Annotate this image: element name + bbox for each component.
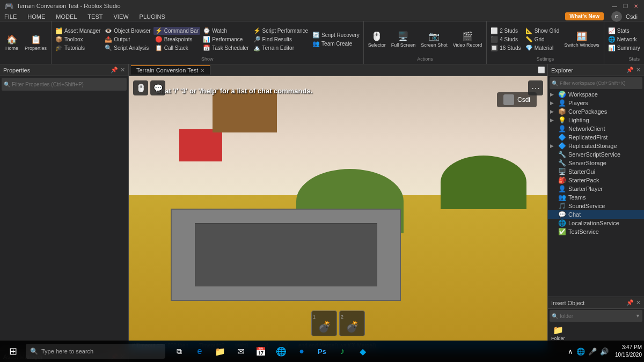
studs16-button[interactable]: 🔲16 Studs [489, 44, 522, 52]
grid-button[interactable]: 📏Grid [524, 35, 561, 43]
breakpoints-button[interactable]: 🔴 Breakpoints [153, 35, 200, 43]
tray-up-icon[interactable]: ∧ [568, 348, 573, 356]
menu-file[interactable]: FILE [2, 13, 19, 20]
insert-folder-item[interactable]: 📁 Folder [549, 324, 567, 342]
close-button[interactable]: ✕ [632, 2, 640, 10]
properties-filter-input[interactable] [12, 82, 125, 87]
start-button[interactable]: ⊞ [2, 341, 24, 362]
stats-button[interactable]: 📈Stats [606, 27, 642, 35]
watch-button[interactable]: ⌚ Watch [201, 27, 250, 35]
toolbox-button[interactable]: 📦 Toolbox [54, 35, 102, 43]
show-grid-button[interactable]: 📐Show Grid [524, 27, 561, 35]
whats-new-button[interactable]: What's New [565, 12, 604, 20]
explorer-localizationservice[interactable]: ▶ 🌐 LocalizationService [548, 219, 644, 227]
ribbon-properties-button[interactable]: 📋 Properties [23, 33, 49, 52]
maximize-button[interactable]: ❐ [621, 2, 629, 10]
record-button[interactable]: 🎬 Video Record [451, 30, 484, 49]
vp-menu-button[interactable]: ⋯ [528, 80, 543, 95]
taskbar-mail[interactable]: ✉ [231, 342, 250, 361]
selector-button[interactable]: 🖱️ Selector [366, 30, 388, 49]
insert-search[interactable]: 🔍 ▼ [550, 310, 642, 322]
explorer-lighting[interactable]: ▶ 💡 Lighting [548, 116, 644, 124]
explorer-replicatedfirst[interactable]: ▶ 🔷 ReplicatedFirst [548, 133, 644, 142]
menu-plugins[interactable]: PLUGINS [137, 13, 167, 20]
viewport-tab-close[interactable]: ✕ [200, 68, 204, 73]
menu-view[interactable]: VIEW [111, 13, 130, 20]
menu-test[interactable]: TEST [85, 13, 105, 20]
explorer-startergui[interactable]: ▶ 🖥️ StarterGui [548, 167, 644, 176]
menu-home[interactable]: HOME [25, 13, 47, 20]
explorer-filter-input[interactable] [560, 80, 640, 86]
switch-windows-button[interactable]: 🪟 Switch Windows [562, 30, 602, 49]
studs2-button[interactable]: ⬜2 Studs [489, 27, 522, 35]
insert-object-pin-icon[interactable]: 📌 [626, 299, 634, 306]
explorer-soundservice[interactable]: ▶ 🎵 SoundService [548, 202, 644, 210]
hotbar-slot-1[interactable]: 1 💣 [311, 311, 337, 336]
object-browser-button[interactable]: 👁️ Object Browser [103, 27, 152, 35]
taskbar-calendar[interactable]: 📅 [251, 342, 270, 361]
script-performance-button[interactable]: ⚡ Script Performance [252, 27, 310, 35]
hotbar-slot-2[interactable]: 2 💣 [339, 311, 365, 336]
tray-mic-icon[interactable]: 🎤 [588, 348, 597, 356]
taskbar-spotify[interactable]: ♪ [333, 342, 352, 361]
summary-button[interactable]: 📊Summary [606, 44, 642, 52]
taskbar-edge-icon[interactable]: e [190, 342, 209, 361]
studs4-button[interactable]: ⬛4 Studs [489, 35, 522, 43]
viewport-restore-button[interactable]: ⬜ [538, 67, 545, 73]
insert-dropdown-icon[interactable]: ▼ [635, 313, 640, 319]
tray-volume-icon[interactable]: 🔊 [600, 348, 609, 356]
vp-chat-button[interactable]: 💬 [150, 80, 165, 95]
script-recovery-button[interactable]: 🔄 Script Recovery [311, 31, 361, 39]
insert-search-input[interactable] [560, 313, 634, 319]
explorer-players[interactable]: ▶ 👤 Players [548, 99, 644, 107]
explorer-workspace[interactable]: ▶ 🌍 Workspace [548, 90, 644, 99]
call-stack-button[interactable]: 📋 Call Stack [153, 44, 200, 52]
explorer-corepackages[interactable]: ▶ 📦 CorePackages [548, 107, 644, 116]
minimize-button[interactable]: — [611, 2, 618, 10]
explorer-starterpack[interactable]: ▶ 🎒 StarterPack [548, 176, 644, 184]
tutorials-button[interactable]: 🎓 Tutorials [54, 44, 102, 52]
screenshot-button[interactable]: 📷 Screen Shot [419, 30, 450, 49]
network-button[interactable]: 🌐Network [606, 35, 642, 43]
material-button[interactable]: 💎Material [524, 44, 561, 52]
taskbar-file-explorer[interactable]: 📁 [210, 342, 230, 361]
explorer-testservice[interactable]: ▶ ✅ TestService [548, 227, 644, 236]
command-bar-button[interactable]: ⚡ Command Bar [153, 27, 200, 35]
explorer-teams[interactable]: ▶ 👥 Teams [548, 193, 644, 202]
taskbar-app[interactable]: ◆ [353, 342, 372, 361]
output-button[interactable]: 📤 Output [103, 35, 152, 43]
clock[interactable]: 3:47 PM 10/16/2020 [615, 344, 642, 359]
explorer-networkclient[interactable]: ▶ 👤 NetworkClient [548, 124, 644, 133]
ribbon-home-button[interactable]: 🏠 Home [2, 33, 21, 52]
taskbar-search[interactable]: 🔍 Type here to search [26, 344, 165, 359]
taskbar-browser-1[interactable]: 🌐 [272, 342, 291, 361]
asset-manager-button[interactable]: 🗂️ Asset Manager [54, 27, 102, 35]
explorer-serverscriptservice[interactable]: ▶ 🔧 ServerScriptService [548, 150, 644, 159]
properties-filter[interactable]: 🔍 [2, 78, 127, 91]
terrain-editor-button[interactable]: 🏔️ Terrain Editor [252, 44, 310, 52]
properties-pin-icon[interactable]: 📌 [111, 67, 118, 73]
find-results-button[interactable]: 🔎 Find Results [252, 35, 310, 43]
task-scheduler-button[interactable]: 📅 Task Scheduler [201, 44, 250, 52]
taskbar-browser-2[interactable]: ● [292, 342, 311, 361]
properties-close-icon[interactable]: ✕ [120, 67, 125, 73]
explorer-chat[interactable]: ▶ 💬 Chat [548, 210, 644, 219]
explorer-starterplayer[interactable]: ▶ 👤 StarterPlayer [548, 184, 644, 193]
performance-button[interactable]: 📊 Performance [201, 35, 250, 43]
vp-cursor-button[interactable]: 🖱️ [133, 80, 148, 95]
explorer-replicatedstorage[interactable]: ▶ 🔷 ReplicatedStorage [548, 142, 644, 150]
team-create-button[interactable]: 👥 Team Create [311, 40, 361, 48]
explorer-pin-icon[interactable]: 📌 [626, 67, 634, 73]
fullscreen-button[interactable]: 🖥️ Full Screen [389, 30, 418, 49]
taskbar-task-view[interactable]: ⧉ [170, 342, 189, 361]
taskbar-photoshop[interactable]: Ps [312, 342, 332, 361]
viewport-tab-item[interactable]: Terrain Conversion Test ✕ [131, 65, 210, 75]
explorer-filter[interactable]: 🔍 [550, 77, 642, 89]
explorer-close-icon[interactable]: ✕ [636, 67, 641, 73]
tray-network-icon[interactable]: 🌐 [576, 348, 585, 356]
insert-object-close-icon[interactable]: ✕ [636, 299, 641, 306]
menu-model[interactable]: MODEL [54, 13, 79, 20]
user-button[interactable]: C Csdi [609, 10, 642, 23]
explorer-serverstorage[interactable]: ▶ 🔧 ServerStorage [548, 159, 644, 167]
viewport[interactable]: Chat '/' '3' or '/help' for a list of ch… [129, 76, 547, 341]
